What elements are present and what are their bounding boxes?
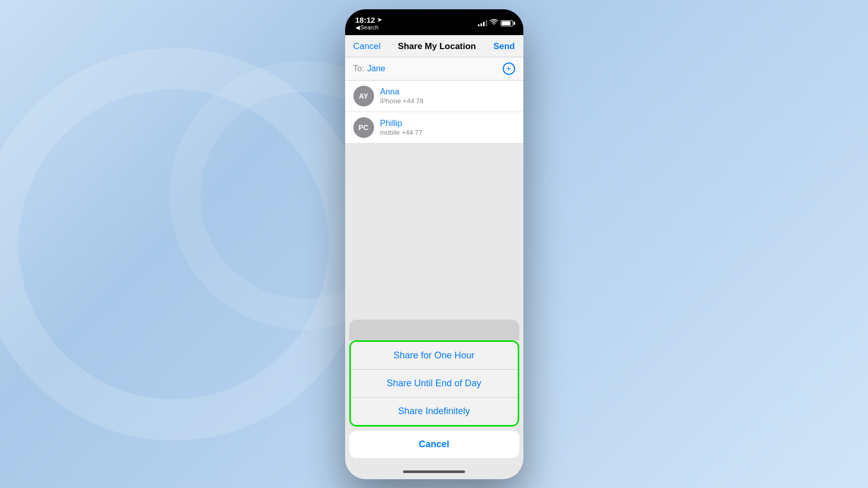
share-end-of-day-label: Share Until End of Day (386, 378, 481, 388)
nav-send-button[interactable]: Send (493, 41, 515, 52)
home-bar (403, 470, 465, 473)
signal-bar-2 (481, 23, 482, 26)
status-back[interactable]: ◀ Search (355, 24, 379, 31)
contact-name-phillip: Phillip (380, 119, 423, 128)
location-arrow-icon: ➤ (377, 17, 382, 23)
avatar-phillip: PC (353, 117, 374, 138)
phone-wrapper: 18:12 ➤ ◀ Search (345, 9, 523, 479)
action-sheet-label-bar (349, 320, 519, 340)
home-indicator (345, 466, 523, 479)
share-end-of-day-button[interactable]: Share Until End of Day (351, 370, 518, 398)
empty-content-area (345, 144, 523, 320)
share-one-hour-label: Share for One Hour (393, 350, 474, 360)
avatar-initials-phillip: PC (359, 123, 368, 132)
to-label: To: (353, 64, 364, 73)
status-left: 18:12 ➤ ◀ Search (355, 15, 382, 31)
share-indefinitely-button[interactable]: Share Indefinitely (351, 398, 518, 425)
action-sheet-area: Share for One Hour Share Until End of Da… (345, 320, 523, 466)
action-sheet-cancel-button[interactable]: Cancel (349, 431, 519, 458)
battery-icon (501, 20, 513, 26)
contact-name-anna: Anna (380, 87, 424, 97)
signal-icon (478, 20, 487, 26)
avatar-initials-anna: AY (359, 92, 368, 100)
to-field: To: Jane + (345, 57, 523, 81)
nav-cancel-button[interactable]: Cancel (353, 41, 381, 52)
action-sheet-cancel-label: Cancel (419, 439, 449, 449)
status-right (478, 19, 513, 27)
contact-list: AY Anna iPhone +44 78 PC Phillip mobile … (345, 81, 523, 144)
status-bar: 18:12 ➤ ◀ Search (345, 9, 523, 35)
action-sheet: Share for One Hour Share Until End of Da… (349, 340, 519, 427)
wifi-icon (490, 19, 498, 27)
phone-frame: 18:12 ➤ ◀ Search (345, 9, 523, 479)
contact-phone-anna: iPhone +44 78 (380, 97, 424, 105)
contact-phone-phillip: mobile +44 77 (380, 129, 423, 136)
nav-title: Share My Location (398, 41, 476, 52)
signal-bar-4 (486, 20, 487, 26)
back-label: Search (361, 24, 379, 30)
plus-icon: + (506, 64, 511, 73)
contact-info-phillip: Phillip mobile +44 77 (380, 119, 423, 136)
battery-fill (502, 21, 510, 25)
back-arrow-icon: ◀ (355, 24, 360, 31)
status-time: 18:12 ➤ (355, 15, 382, 24)
avatar-anna: AY (353, 86, 374, 106)
share-indefinitely-label: Share Indefinitely (398, 406, 470, 416)
contact-item-anna[interactable]: AY Anna iPhone +44 78 (345, 81, 523, 112)
signal-bar-3 (483, 22, 485, 26)
add-recipient-button[interactable]: + (503, 62, 515, 75)
contact-info-anna: Anna iPhone +44 78 (380, 87, 424, 105)
share-one-hour-button[interactable]: Share for One Hour (351, 342, 518, 370)
signal-bar-1 (478, 24, 479, 26)
contact-item-phillip[interactable]: PC Phillip mobile +44 77 (345, 112, 523, 144)
phone-content: Cancel Share My Location Send To: Jane +… (345, 35, 523, 479)
navigation-bar: Cancel Share My Location Send (345, 35, 523, 57)
to-value[interactable]: Jane (367, 64, 503, 73)
time-display: 18:12 (355, 15, 375, 24)
